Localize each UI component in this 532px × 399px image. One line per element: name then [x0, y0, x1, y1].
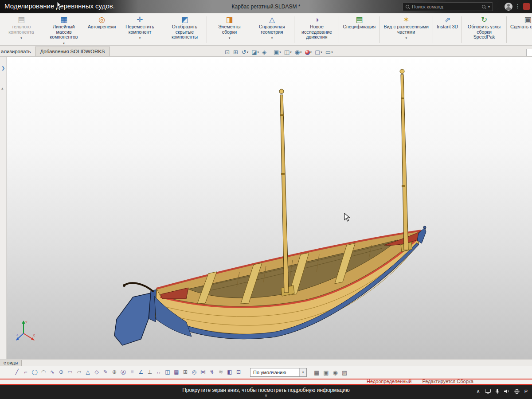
ribbon-button-label: Вид с разнесенными частями [383, 24, 429, 35]
sketch-tool-icon[interactable]: ◫ [164, 369, 171, 376]
tab-3d-views[interactable]: е виды [0, 360, 22, 367]
ribbon-button-motion-study[interactable]: ◑ Новое исследование движения [295, 14, 338, 45]
linear-pattern-icon: ▦ [60, 16, 67, 24]
tray-speaker-icon[interactable] [504, 389, 509, 394]
search-placeholder: Поиск команд [412, 4, 479, 9]
eye-icon[interactable]: ◉ [333, 369, 338, 376]
sketch-tool-icon[interactable]: ↔ [155, 369, 162, 376]
tray-language-label[interactable]: Р [524, 389, 528, 394]
chevron-down-icon: ▾ [405, 35, 407, 41]
ribbon-button-smart-fasteners[interactable]: ◎ Автокрепежи [85, 14, 118, 45]
sketch-tool-icon[interactable]: ▭ [66, 369, 74, 376]
tray-display-icon[interactable] [485, 389, 491, 394]
component-icon: ▤ [18, 16, 25, 24]
sketch-tool-icon[interactable]: ◯ [31, 369, 38, 376]
sketch-tool-icon[interactable]: ∿ [49, 369, 56, 376]
edit-appearance-icon[interactable]: ▾ [304, 50, 313, 55]
graphics-viewport[interactable]: ❯ ▴ Y X Z [0, 57, 532, 359]
ribbon-toolbar: ▤ тельного компонента ▾ ▦ Линейный масси… [0, 13, 532, 46]
scroll-up-icon[interactable]: ▴ [1, 86, 4, 90]
previous-view-icon[interactable]: ↺▾ [241, 49, 249, 56]
expand-panel-icon[interactable]: ❯ [1, 66, 5, 70]
feature-tree-collapsed-strip[interactable]: ❯ ▴ [0, 57, 7, 359]
ribbon-button-bom[interactable]: ▤ Спецификация [340, 14, 378, 45]
ribbon-button-label: Переместить компонент [121, 24, 158, 35]
tray-network-icon[interactable] [514, 389, 520, 394]
config-toolbar-icons: ▦▣◉▨ [314, 369, 347, 376]
sketch-tool-icon[interactable]: ▱ [75, 369, 82, 376]
ribbon-divider [207, 16, 207, 43]
view-orientation-icon[interactable]: ▣▾ [273, 49, 282, 56]
video-bottom-overlay: Прокрутите экран вниз, чтобы посмотреть … [0, 385, 532, 399]
copy-settings-icon[interactable]: ▨ [342, 369, 347, 376]
zoom-fit-icon[interactable]: ⊡ [224, 49, 231, 56]
ribbon-button-label: Обновить узлы сборки SpeedPak [466, 24, 503, 40]
configuration-dropdown[interactable]: По умолчанию ▾ [250, 368, 307, 377]
ribbon-button-assembly-features[interactable]: ◨ Элементы сборки ▾ [208, 14, 250, 45]
reference-geometry-icon: △ [269, 16, 275, 24]
view-settings-icon[interactable]: ▭▾ [325, 49, 334, 56]
section-view-icon[interactable]: ◪▾ [250, 49, 260, 56]
ribbon-button-move-component[interactable]: ✛ Переместить компонент ▾ [118, 14, 161, 45]
ribbon-button-label: Спецификация [343, 24, 376, 30]
sketch-tool-icon[interactable]: ⊞ [182, 369, 189, 376]
top-cursor-icon [57, 1, 63, 9]
tab-solidworks-addins[interactable]: Добавления SOLIDWORKS [35, 47, 110, 56]
ribbon-button-partial[interactable]: ▤ тельного компонента ▾ [0, 14, 43, 45]
sketch-tool-icon[interactable]: ╱ [13, 369, 20, 376]
display-style-icon[interactable]: ◫▾ [283, 49, 293, 56]
ribbon-button-snapshot[interactable]: ▣ Сделать снимок [508, 14, 532, 45]
tray-chevron-up-icon[interactable]: ∧ [477, 388, 480, 394]
sketch-tools-strip: ╱⌐◯◠∿⊙▭▱△◇✎⊕Ⓐ≡∠⊥↔◫▤⊞◎⋈↯≋◧⊡ [13, 369, 242, 376]
bom-table-icon: ▤ [356, 16, 363, 24]
sketch-tool-icon[interactable]: Ⓐ [120, 369, 127, 376]
tab-evaluate[interactable]: ализировать [0, 47, 35, 56]
sketch-tool-icon[interactable]: ◎ [191, 369, 198, 376]
apply-scene-icon[interactable]: ▢▾ [314, 49, 323, 56]
sketch-tool-icon[interactable]: ◧ [226, 369, 233, 376]
sketch-tool-icon[interactable]: ▤ [173, 369, 180, 376]
taskpane-handle[interactable] [526, 49, 532, 56]
sketch-tool-icon[interactable]: ⋈ [200, 369, 207, 376]
user-shoulders-shape [506, 7, 511, 10]
hide-show-items-icon[interactable]: ◉▾ [294, 49, 303, 56]
tray-mic-icon[interactable] [496, 389, 499, 394]
ribbon-divider [462, 16, 462, 43]
sketch-tool-icon[interactable]: ✎ [102, 369, 109, 376]
user-icon[interactable] [505, 3, 512, 11]
show-hidden-icon: ◩ [181, 16, 188, 24]
chevron-down-icon: ▾ [229, 35, 231, 41]
ribbon-button-exploded-view[interactable]: ✶ Вид с разнесенными частями ▾ [380, 14, 432, 45]
ribbon-button-linear-pattern[interactable]: ▦ Линейный массив компонентов ▾ [43, 14, 85, 45]
sketch-tool-icon[interactable]: ≋ [217, 369, 224, 376]
sketch-tool-icon[interactable]: ↯ [208, 369, 215, 376]
ribbon-button-label: Автокрепежи [88, 24, 116, 30]
sketch-tool-icon[interactable]: ◠ [40, 369, 47, 376]
display-states-icon[interactable]: ▦ [314, 369, 319, 376]
command-search[interactable]: Поиск команд ▾ [403, 2, 493, 11]
sketch-tool-icon[interactable]: ⊡ [235, 369, 242, 376]
camera-icon[interactable]: ▣ [323, 369, 329, 376]
ribbon-divider [433, 16, 433, 43]
ribbon-divider [339, 16, 339, 43]
ribbon-button-speedpak[interactable]: ↻ Обновить узлы сборки SpeedPak [463, 14, 505, 45]
chevron-down-icon: ▾ [63, 41, 65, 46]
options-icon[interactable]: ⋮ [515, 3, 520, 9]
status-bar: Недоопределенный Редактируется Сборка [0, 379, 532, 384]
sketch-tool-icon[interactable]: ⊙ [58, 369, 65, 376]
sketch-tool-icon[interactable]: ◇ [93, 369, 100, 376]
ribbon-button-show-hidden[interactable]: ◩ Отобразить скрытые компоненты [163, 14, 206, 45]
sketch-tool-icon[interactable]: ⌐ [22, 369, 29, 376]
boat-3d-model[interactable] [0, 57, 532, 359]
sketch-tool-icon[interactable]: ∠ [137, 369, 145, 376]
annotation-view-icon[interactable]: ◈ [261, 49, 268, 56]
sketch-tool-icon[interactable]: ≡ [129, 369, 136, 376]
sketch-tool-icon[interactable]: ⊕ [111, 369, 118, 376]
chevron-down-icon[interactable]: ∨ [0, 393, 532, 398]
sketch-tool-icon[interactable]: △ [84, 369, 91, 376]
ribbon-button-reference-geometry[interactable]: △ Справочная геометрия ▾ [250, 14, 293, 45]
sketch-tool-icon[interactable]: ⊥ [146, 369, 153, 376]
ribbon-button-label: Справочная геометрия [253, 24, 290, 35]
ribbon-button-instant3d[interactable]: ⇗ Instant 3D [434, 14, 461, 45]
zoom-area-icon[interactable]: ⊞ [232, 49, 239, 56]
